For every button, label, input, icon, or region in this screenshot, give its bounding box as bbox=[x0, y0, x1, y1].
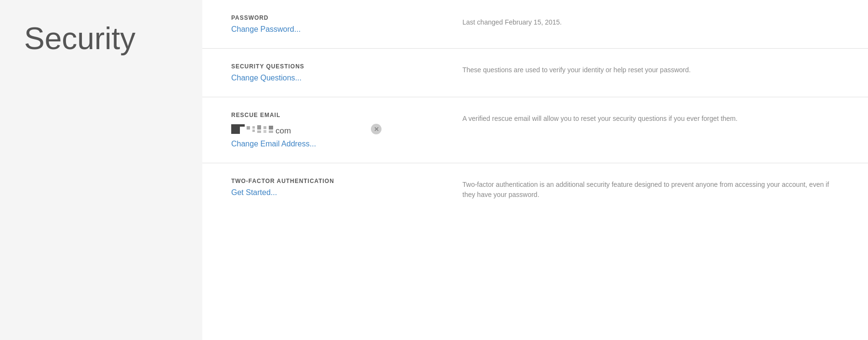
page-title: Security bbox=[24, 22, 183, 55]
svg-rect-1 bbox=[231, 124, 245, 127]
svg-rect-5 bbox=[257, 125, 261, 130]
two-factor-label: TWO-FACTOR AUTHENTICATION bbox=[231, 178, 443, 184]
clear-email-button[interactable]: ✕ bbox=[371, 124, 381, 134]
rescue-email-row: com ✕ bbox=[231, 122, 443, 136]
obscured-email-icon: com bbox=[231, 122, 356, 136]
svg-rect-2 bbox=[247, 126, 250, 130]
svg-rect-10 bbox=[269, 131, 273, 133]
rescue-email-section: RESCUE EMAIL bbox=[202, 97, 868, 163]
svg-rect-7 bbox=[263, 126, 266, 129]
rescue-email-label: RESCUE EMAIL bbox=[231, 112, 443, 118]
password-section-left: PASSWORD Change Password... bbox=[231, 14, 462, 34]
two-factor-description: Two-factor authentication is an addition… bbox=[462, 180, 839, 200]
change-questions-link[interactable]: Change Questions... bbox=[231, 74, 302, 82]
rescue-email-section-right: A verified rescue email will allow you t… bbox=[462, 112, 839, 148]
password-section-right: Last changed February 15, 2015. bbox=[462, 14, 839, 34]
change-email-link[interactable]: Change Email Address... bbox=[231, 140, 316, 148]
security-questions-section: SECURITY QUESTIONS Change Questions... T… bbox=[202, 49, 868, 97]
password-label: PASSWORD bbox=[231, 14, 443, 21]
security-questions-label: SECURITY QUESTIONS bbox=[231, 63, 443, 70]
password-last-changed: Last changed February 15, 2015. bbox=[462, 16, 839, 26]
two-factor-section-left: TWO-FACTOR AUTHENTICATION Get Started... bbox=[231, 178, 462, 200]
svg-rect-6 bbox=[257, 131, 261, 133]
svg-rect-4 bbox=[252, 130, 255, 132]
rescue-email-description: A verified rescue email will allow you t… bbox=[462, 114, 839, 124]
security-questions-section-left: SECURITY QUESTIONS Change Questions... bbox=[231, 63, 462, 82]
rescue-email-section-left: RESCUE EMAIL bbox=[231, 112, 462, 148]
change-password-link[interactable]: Change Password... bbox=[231, 25, 301, 33]
security-questions-description: These questions are used to verify your … bbox=[462, 65, 839, 75]
password-section: PASSWORD Change Password... Last changed… bbox=[202, 0, 868, 49]
get-started-link[interactable]: Get Started... bbox=[231, 188, 277, 196]
svg-text:com: com bbox=[276, 126, 291, 135]
left-panel: Security bbox=[0, 0, 202, 340]
security-questions-section-right: These questions are used to verify your … bbox=[462, 63, 839, 82]
svg-rect-9 bbox=[269, 126, 273, 130]
svg-rect-3 bbox=[252, 126, 255, 129]
two-factor-section-right: Two-factor authentication is an addition… bbox=[462, 178, 839, 200]
two-factor-section: TWO-FACTOR AUTHENTICATION Get Started...… bbox=[202, 163, 868, 214]
right-panel: PASSWORD Change Password... Last changed… bbox=[202, 0, 868, 340]
svg-rect-8 bbox=[263, 130, 266, 133]
page-container: Security PASSWORD Change Password... Las… bbox=[0, 0, 868, 340]
